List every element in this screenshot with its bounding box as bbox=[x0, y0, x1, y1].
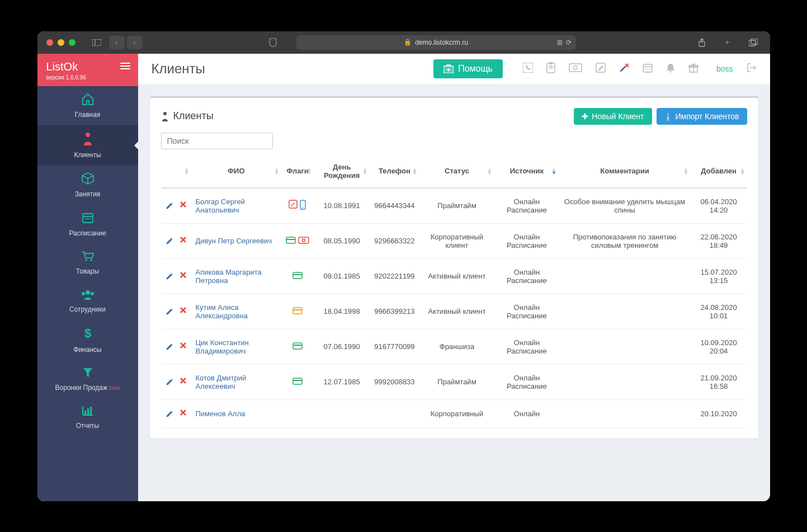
new-tab-icon[interactable]: + bbox=[720, 36, 735, 49]
svg-rect-21 bbox=[90, 407, 92, 415]
client-name-link[interactable]: Котов Дмитрий Алексеевич bbox=[196, 374, 247, 390]
lock-icon: 🔒 bbox=[404, 39, 412, 46]
privacy-shield-icon[interactable] bbox=[265, 36, 281, 49]
browser-window: ‹ › 🔒 demo.listokcrm.ru ⊞ ⟳ + bbox=[37, 31, 770, 501]
table-header-row: ▴▾ФИО▴▾Флаги▴▾День Рождения▴▾Телефон▴▾Ст… bbox=[161, 155, 747, 188]
edit-row-icon[interactable] bbox=[166, 271, 174, 281]
cell-comment bbox=[559, 329, 690, 364]
gift-icon[interactable] bbox=[688, 63, 699, 76]
back-button[interactable]: ‹ bbox=[109, 36, 125, 49]
column-header[interactable]: Статус▴▾ bbox=[419, 155, 495, 188]
client-name-link[interactable]: Цик Константин Владимирович bbox=[196, 338, 249, 355]
search-input[interactable] bbox=[161, 133, 273, 149]
import-clients-button[interactable]: ⭳ Импорт Клиентов bbox=[657, 108, 747, 125]
column-header[interactable]: Добавлен▴▾ bbox=[691, 155, 747, 188]
column-header[interactable]: Комментарии▴▾ bbox=[559, 155, 690, 188]
column-header[interactable]: ▴▾ bbox=[161, 155, 191, 188]
delete-row-icon[interactable] bbox=[180, 307, 187, 317]
column-header[interactable]: Флаги▴▾ bbox=[281, 155, 314, 188]
menu-toggle-icon[interactable] bbox=[120, 63, 130, 69]
column-header[interactable]: День Рождения▴▾ bbox=[314, 155, 370, 188]
help-label: Помощь bbox=[458, 64, 493, 74]
table-row: Цик Константин Владимирович 07.06.1990 9… bbox=[161, 329, 747, 364]
maximize-window-icon[interactable] bbox=[69, 39, 75, 46]
client-name-link[interactable]: Апикова Маргарита Петровна bbox=[196, 268, 262, 285]
sidebar-item-box[interactable]: Занятия bbox=[37, 166, 138, 205]
funnel-icon bbox=[82, 367, 93, 382]
sidebar-item-label: Товары bbox=[76, 267, 99, 275]
minimize-window-icon[interactable] bbox=[58, 39, 64, 46]
sidebar-item-users[interactable]: Сотрудники bbox=[37, 282, 138, 320]
svg-point-38 bbox=[669, 70, 671, 72]
cell-status: Праймтайм bbox=[419, 364, 495, 399]
cell-phone: 9296663322 bbox=[370, 223, 419, 258]
card-green-icon bbox=[292, 342, 303, 351]
bell-icon[interactable] bbox=[666, 63, 675, 76]
edit-cancel-icon[interactable] bbox=[619, 63, 629, 76]
forward-button[interactable]: › bbox=[127, 36, 143, 49]
calendar-icon[interactable] bbox=[643, 63, 653, 76]
cell-comment: Особое внимание уделить мышцам спины bbox=[559, 188, 690, 224]
client-name-link[interactable]: Пименов Алла bbox=[196, 409, 246, 418]
cell-comment: Противопоказания по занятию силовым трен… bbox=[559, 223, 690, 258]
table-row: Дивун Петр Сергеевич 08.05.1990 92966633… bbox=[161, 223, 747, 258]
reader-icon[interactable]: ⊞ bbox=[557, 39, 563, 46]
cell-status: Корпоративный bbox=[419, 399, 495, 428]
help-button[interactable]: Помощь bbox=[433, 59, 503, 78]
user-name[interactable]: boss bbox=[716, 64, 733, 73]
person-icon bbox=[161, 111, 169, 121]
svg-point-45 bbox=[303, 208, 304, 209]
cell-dob: 18.04.1998 bbox=[314, 294, 370, 329]
panel-header: Клиенты ✚ Новый Клиент ⭳ Импорт Клиентов bbox=[161, 108, 747, 125]
sidebar-item-funnel[interactable]: Воронки Продажbeta bbox=[37, 360, 138, 398]
delete-row-icon[interactable] bbox=[180, 201, 187, 211]
tabs-icon[interactable] bbox=[745, 36, 761, 49]
reload-icon[interactable]: ⟳ bbox=[566, 39, 572, 46]
edit-row-icon[interactable] bbox=[166, 342, 174, 352]
table-row: Болгар Сергей Анатольевич 10.08.1991 966… bbox=[161, 188, 747, 224]
money-icon[interactable] bbox=[569, 63, 582, 75]
edit-row-icon[interactable] bbox=[166, 201, 174, 211]
cell-source: Онлайн Расписание bbox=[494, 364, 559, 399]
delete-row-icon[interactable] bbox=[180, 409, 187, 419]
svg-rect-46 bbox=[286, 237, 295, 243]
logout-icon[interactable] bbox=[747, 63, 757, 75]
delete-row-icon[interactable] bbox=[180, 377, 187, 387]
client-name-link[interactable]: Болгар Сергей Анатольевич bbox=[196, 197, 245, 214]
edit-row-icon[interactable] bbox=[166, 236, 174, 246]
sidebar-item-person[interactable]: Клиенты bbox=[37, 125, 138, 166]
sidebar-item-home[interactable]: Главная bbox=[37, 86, 138, 125]
sidebar-item-chart[interactable]: Отчеты bbox=[37, 398, 138, 436]
table-row: Пименов Алла Корпоративный Онлайн 20.10.… bbox=[161, 399, 747, 428]
close-window-icon[interactable] bbox=[46, 39, 53, 46]
delete-row-icon[interactable] bbox=[180, 236, 187, 246]
sidebar-item-cart[interactable]: Товары bbox=[37, 244, 138, 282]
cell-added: 21.09.2020 16:58 bbox=[691, 364, 747, 399]
client-name-link[interactable]: Дивун Петр Сергеевич bbox=[196, 237, 272, 245]
new-client-label: Новый Клиент bbox=[592, 112, 644, 121]
address-bar[interactable]: 🔒 demo.listokcrm.ru ⊞ ⟳ bbox=[296, 35, 576, 50]
cell-source: Онлайн Расписание bbox=[494, 329, 559, 364]
share-icon[interactable] bbox=[694, 36, 710, 49]
delete-row-icon[interactable] bbox=[180, 271, 187, 281]
sidebar-item-calendar[interactable]: Расписание bbox=[37, 205, 138, 244]
new-client-button[interactable]: ✚ Новый Клиент bbox=[574, 108, 652, 125]
sidebar-item-dollar[interactable]: $ Финансы bbox=[37, 320, 138, 360]
main-area: Клиенты Помощь boss bbox=[138, 54, 770, 501]
edit-row-icon[interactable] bbox=[166, 377, 174, 387]
edit-row-icon[interactable] bbox=[166, 307, 174, 317]
client-name-link[interactable]: Кутим Алиса Александровна bbox=[196, 303, 248, 320]
person-icon bbox=[83, 132, 93, 149]
column-header[interactable]: ФИО▴▾ bbox=[191, 155, 281, 188]
svg-point-12 bbox=[90, 259, 92, 261]
delete-row-icon[interactable] bbox=[180, 342, 187, 352]
edit-note-icon[interactable] bbox=[596, 63, 606, 76]
cell-added: 20.10.2020 bbox=[691, 399, 747, 428]
column-header[interactable]: Телефон▴▾ bbox=[370, 155, 419, 188]
page-title: Клиенты bbox=[152, 61, 205, 77]
edit-row-icon[interactable] bbox=[166, 409, 174, 419]
badge-icon[interactable] bbox=[546, 62, 555, 76]
phone-icon[interactable] bbox=[523, 63, 533, 76]
column-header[interactable]: Источник▴▾ bbox=[494, 155, 559, 188]
sidebar-toggle-icon[interactable] bbox=[89, 36, 105, 49]
